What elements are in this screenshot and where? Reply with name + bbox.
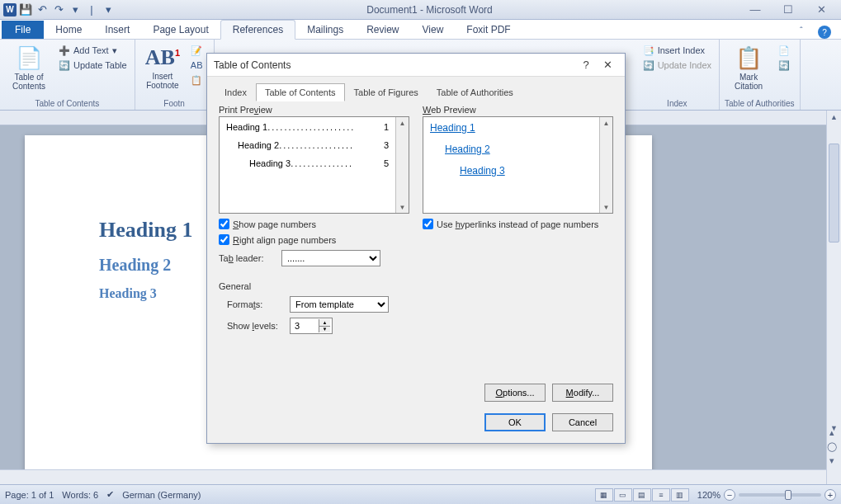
table-of-contents-button[interactable]: 📄 Table of Contents [5,42,53,91]
qat-customize-icon[interactable]: ▾ [68,2,83,17]
spinner-up-icon[interactable]: ▲ [319,319,330,327]
add-text-button[interactable]: ➕Add Text ▾ [56,44,130,57]
view-full-screen-icon[interactable]: ▭ [614,488,632,502]
dialog-close-button[interactable]: ✕ [597,57,618,73]
undo-icon[interactable]: ↶ [35,2,50,17]
close-button[interactable]: ✕ [810,3,833,16]
spinner-down-icon[interactable]: ▼ [319,327,330,333]
horizontal-scrollbar[interactable] [0,469,826,484]
view-web-layout-icon[interactable]: ▤ [633,488,651,502]
show-levels-spinner[interactable]: ▲▼ [290,318,333,334]
tab-review[interactable]: Review [355,21,410,39]
web-preview-link-3[interactable]: Heading 3 [430,165,593,177]
dialog-tab-tof[interactable]: Table of Figures [345,83,428,101]
right-align-checkbox[interactable]: Right align page numbers [219,234,409,245]
zoom-level[interactable]: 120% [697,490,721,500]
dialog-tab-toc[interactable]: Table of Contents [256,83,345,101]
show-levels-field: Show levels: ▲▼ [219,318,613,334]
modify-button[interactable]: Modify... [552,384,613,402]
web-preview-link-1[interactable]: Heading 1 [430,122,593,134]
maximize-button[interactable]: ☐ [777,3,800,16]
save-icon[interactable]: 💾 [18,2,33,17]
dialog-help-button[interactable]: ? [575,57,597,73]
formats-field: Formats: From template [219,296,613,313]
web-preview-link-2[interactable]: Heading 2 [430,144,593,155]
group-index: 📑Insert Index 🔄Update Index Index [635,40,720,110]
qat-dropdown-icon[interactable]: ▾ [101,2,116,17]
status-words[interactable]: Words: 6 [62,490,98,500]
print-preview-box: Heading 1.....................1 Heading … [219,116,409,214]
mark-citation-button[interactable]: 📋 Mark Citation [725,42,772,91]
options-button[interactable]: Options... [484,384,546,402]
window-controls: — ☐ ✕ [744,3,841,16]
status-page[interactable]: Page: 1 of 1 [5,490,54,500]
show-page-numbers-checkbox[interactable]: Show page numbers [219,219,409,229]
cancel-button[interactable]: Cancel [552,413,613,431]
minimize-button[interactable]: — [744,3,767,16]
group-footnotes: AB1 Insert Footnote 📝 AB 📋 Footn [135,40,215,110]
update-toa-button[interactable]: 🔄 [776,59,792,72]
minimize-ribbon-icon[interactable]: ˆ [800,26,813,39]
use-hyperlinks-input[interactable] [423,219,433,229]
toc-dialog: Table of Contents ? ✕ Index Table of Con… [206,53,626,444]
update-table-button[interactable]: 🔄Update Table [56,59,130,72]
general-section-label: General [219,281,613,291]
preview-scroll-up-icon[interactable]: ▲ [396,117,409,129]
dialog-tab-index[interactable]: Index [215,83,256,101]
web-scroll-down-icon[interactable]: ▼ [600,201,612,213]
show-page-numbers-input[interactable] [219,219,229,229]
endnote-icon: 📝 [191,45,202,56]
help-icon[interactable]: ? [818,26,831,39]
insert-endnote-button[interactable]: 📝 [188,44,208,57]
zoom-in-button[interactable]: + [824,489,836,501]
insert-index-button[interactable]: 📑Insert Index [640,44,714,57]
formats-select[interactable]: From template [290,296,389,313]
ribbon-tabs: File Home Insert Page Layout References … [0,20,841,40]
update-icon: 🔄 [59,59,70,71]
object-browse-down-icon[interactable]: ▾ [829,455,834,466]
insert-footnote-button[interactable]: AB1 Insert Footnote [140,42,186,90]
web-preview-scrollbar[interactable]: ▲ ▼ [599,117,612,213]
dialog-tab-toa[interactable]: Table of Authorities [428,83,522,101]
proofing-icon[interactable]: ✔ [106,489,114,500]
status-language[interactable]: German (Germany) [122,490,201,500]
ok-button[interactable]: OK [484,413,546,431]
object-browse-up-icon[interactable]: ▴ [829,427,834,438]
tab-mailings[interactable]: Mailings [295,21,355,39]
tab-leader-select[interactable]: ....... [281,250,380,266]
scroll-up-icon[interactable]: ▲ [827,111,841,124]
tab-view[interactable]: View [411,21,456,39]
view-outline-icon[interactable]: ≡ [652,488,670,502]
next-footnote-button[interactable]: AB [188,59,208,72]
update-index-button[interactable]: 🔄Update Index [640,59,714,72]
zoom-out-button[interactable]: − [724,489,735,501]
show-notes-button[interactable]: 📋 [188,73,208,87]
print-preview-scrollbar[interactable]: ▲ ▼ [395,117,409,213]
scroll-thumb[interactable] [829,144,839,243]
view-draft-icon[interactable]: ▥ [671,488,689,502]
redo-icon[interactable]: ↷ [51,2,66,17]
next-footnote-icon: AB [191,59,202,71]
show-levels-input[interactable] [292,319,319,332]
update-toa-icon: 🔄 [778,59,790,71]
use-hyperlinks-checkbox[interactable]: Use hyperlinks instead of page numbers [423,219,613,229]
dialog-titlebar: Table of Contents ? ✕ [207,54,625,77]
preview-scroll-down-icon[interactable]: ▼ [396,201,409,213]
print-preview-column: Print Preview Heading 1.................… [219,105,409,266]
object-browse-icon[interactable]: ◯ [827,441,837,452]
tab-insert[interactable]: Insert [93,21,141,39]
file-tab[interactable]: File [2,21,44,39]
zoom-slider-knob[interactable] [785,490,791,500]
right-align-input[interactable] [219,234,229,245]
show-levels-label: Show levels: [227,321,283,331]
zoom-slider[interactable] [739,493,821,497]
tab-references[interactable]: References [220,20,295,40]
view-print-layout-icon[interactable]: ▦ [595,488,613,502]
quick-access-toolbar: W 💾 ↶ ↷ ▾ | ▾ [0,2,116,17]
tab-home[interactable]: Home [44,21,93,39]
web-scroll-up-icon[interactable]: ▲ [600,117,612,129]
insert-toa-button[interactable]: 📄 [776,44,792,57]
tab-foxit-pdf[interactable]: Foxit PDF [455,21,522,39]
tab-leader-field: Tab leader: ....... [219,250,409,266]
tab-page-layout[interactable]: Page Layout [141,21,220,39]
